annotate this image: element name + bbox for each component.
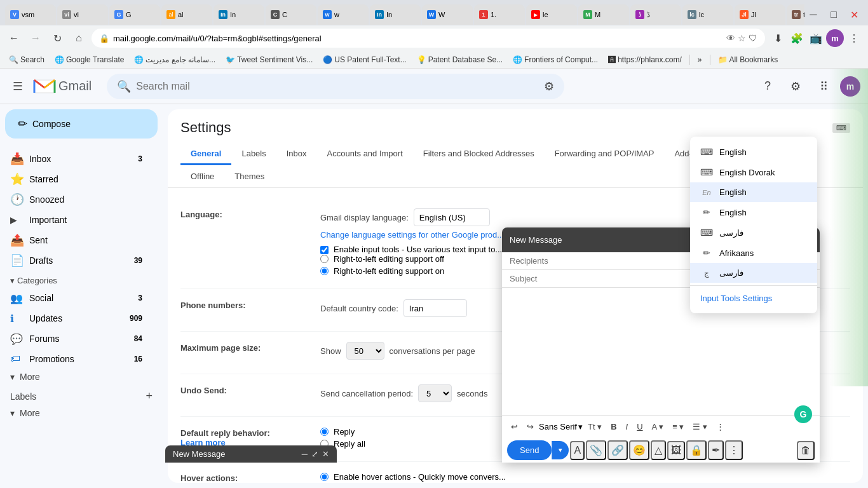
star-icon[interactable]: ☆ — [738, 33, 746, 43]
align-button[interactable]: ≡ ▾ — [668, 419, 688, 434]
grammarly-icon[interactable]: G — [794, 405, 812, 423]
sidebar-item-social[interactable]: 👥 Social 3 — [0, 288, 153, 308]
url-bar[interactable]: 🔒 👁 ☆ 🛡 — [92, 29, 765, 48]
lock-icon[interactable]: 🔒 — [686, 440, 707, 460]
rtl-on-radio[interactable] — [320, 267, 329, 275]
menu-button[interactable]: ⋮ — [845, 29, 863, 47]
underline-button[interactable]: U — [633, 419, 646, 434]
close-icon[interactable]: ✕ — [322, 449, 329, 459]
maximize-button[interactable]: □ — [825, 6, 843, 24]
minimize-button[interactable]: ─ — [804, 6, 822, 24]
tab-g[interactable]: G G — [109, 4, 160, 25]
close-button[interactable]: ✕ — [845, 6, 863, 24]
reply-radio[interactable] — [320, 428, 329, 436]
cast-icon[interactable]: 📺 — [807, 29, 825, 47]
search-bar[interactable]: 🔍 ⚙ — [107, 74, 564, 99]
sidebar-item-snoozed[interactable]: 🕐 Snoozed — [0, 189, 153, 210]
cancel-period-select[interactable]: 5 10 20 30 — [418, 384, 452, 402]
tab-w2[interactable]: W W — [422, 4, 473, 25]
dropdown-item-afrikaans[interactable]: ✏ Afrikaans — [690, 243, 817, 263]
enable-hover-radio[interactable] — [320, 473, 329, 481]
tab-yt[interactable]: ▶ le — [526, 4, 577, 25]
list-button[interactable]: ☰ ▾ — [689, 419, 711, 434]
home-button[interactable]: ⌂ — [70, 29, 88, 47]
sidebar-item-forums[interactable]: 💬 Forums 84 — [0, 329, 153, 349]
insert-link-icon[interactable]: 🔗 — [607, 440, 628, 460]
more-bookmarks-button[interactable]: » — [694, 54, 706, 65]
delete-compose-button[interactable]: 🗑 — [797, 441, 815, 460]
browser-profile-avatar[interactable]: m — [826, 29, 844, 47]
tab-vsm[interactable]: V vsm — [5, 4, 56, 25]
dropdown-item-en-text[interactable]: En English — [690, 182, 817, 202]
shield-icon[interactable]: 🛡 — [749, 33, 757, 43]
enable-input-checkbox[interactable] — [320, 246, 329, 254]
tab-tr[interactable]: tr tr — [787, 4, 804, 25]
bookmark-phlanx[interactable]: 🅰 https://phlanx.com/ — [604, 54, 686, 65]
tab-al[interactable]: al al — [161, 4, 212, 25]
sidebar-item-drafts[interactable]: 📄 Drafts 39 — [0, 250, 153, 271]
tab-in2[interactable]: In In — [370, 4, 421, 25]
redo-button[interactable]: ↪ — [523, 419, 538, 434]
change-language-link[interactable]: Change language settings for other Googl… — [320, 230, 504, 240]
minimize-icon[interactable]: ─ — [302, 449, 308, 459]
forward-button[interactable]: → — [27, 29, 44, 47]
tab-w[interactable]: w w — [318, 4, 369, 25]
url-input[interactable] — [113, 34, 722, 43]
sidebar-item-updates[interactable]: ℹ Updates 909 — [0, 308, 153, 329]
bookmark-patent1[interactable]: 🔵 US Patent Full-Text... — [319, 54, 410, 65]
font-size-button[interactable]: Tt ▾ — [584, 419, 606, 434]
bookmark-translate[interactable]: 🌐 Google Translate — [51, 54, 128, 65]
download-icon[interactable]: ⬇ — [769, 29, 787, 47]
emoji-icon[interactable]: 😊 — [629, 440, 649, 460]
signature-icon[interactable]: ✒ — [708, 440, 724, 460]
sidebar-item-inbox[interactable]: 📥 Inbox 3 — [0, 149, 153, 169]
sidebar-item-sent[interactable]: 📤 Sent — [0, 230, 153, 250]
display-language-input[interactable] — [414, 208, 490, 226]
attach-file-icon[interactable]: 📎 — [586, 440, 606, 460]
more-options-button[interactable]: ⋮ — [712, 419, 728, 434]
eye-icon[interactable]: 👁 — [726, 33, 735, 43]
tab-m[interactable]: M M — [578, 4, 629, 25]
sidebar-labels-more[interactable]: ▾ More — [0, 405, 163, 421]
bookmark-patent2[interactable]: 💡 Patent Database Se... — [413, 54, 506, 65]
tab-forwarding[interactable]: Forwarding and POP/IMAP — [545, 144, 665, 165]
dropdown-item-en-pencil[interactable]: ✏ English — [690, 202, 817, 222]
search-input[interactable] — [136, 81, 539, 92]
compose-minimized-bar[interactable]: New Message ─ ⤢ ✕ — [165, 445, 337, 463]
send-dropdown-button[interactable]: ▾ — [552, 441, 569, 459]
dropdown-item-fa-keyboard[interactable]: ⌨ فارسی — [690, 222, 817, 243]
insert-photo-icon[interactable]: 🖼 — [667, 441, 685, 460]
dropdown-item-en-dvorak[interactable]: ⌨ English Dvorak — [690, 162, 817, 182]
hamburger-menu-icon[interactable]: ☰ — [8, 74, 28, 98]
tab-labels[interactable]: Labels — [231, 144, 276, 165]
text-format-icon[interactable]: A — [570, 441, 585, 460]
settings-button[interactable]: ⚙ — [784, 75, 807, 98]
apps-button[interactable]: ⠿ — [812, 75, 835, 98]
help-button[interactable]: ? — [756, 75, 779, 98]
page-size-select[interactable]: 10 15 20 25 50 100 — [346, 342, 384, 360]
sidebar-item-starred[interactable]: ⭐ Starred — [0, 169, 153, 189]
expand-icon[interactable]: ⤢ — [311, 449, 318, 459]
tab-in1[interactable]: In In — [214, 4, 264, 25]
back-button[interactable]: ← — [5, 29, 23, 47]
drive-icon[interactable]: △ — [651, 440, 666, 460]
extensions-icon[interactable]: 🧩 — [788, 29, 806, 47]
tab-accounts[interactable]: Accounts and Import — [317, 144, 413, 165]
refresh-button[interactable]: ↻ — [48, 29, 66, 47]
rtl-off-radio[interactable] — [320, 255, 329, 263]
tab-inbox[interactable]: Inbox — [276, 144, 317, 165]
send-button[interactable]: Send — [507, 440, 552, 460]
tab-1[interactable]: 1 1. — [474, 4, 525, 25]
sidebar-item-promotions[interactable]: 🏷 Promotions 16 — [0, 349, 153, 369]
italic-button[interactable]: I — [622, 419, 632, 434]
bookmark-frontiers[interactable]: 🌐 Frontiers of Comput... — [509, 54, 602, 65]
text-color-button[interactable]: A ▾ — [648, 419, 668, 434]
tab-lc[interactable]: lc lc — [682, 4, 733, 25]
search-filter-icon[interactable]: ⚙ — [544, 79, 554, 93]
bookmark-mgmt[interactable]: 🌐 سامانه جامع مدیریت... — [130, 54, 219, 65]
tab-vi[interactable]: vi vi — [57, 4, 108, 25]
tab-ur[interactable]: ڈ ڈ — [630, 4, 681, 25]
sub-tab-themes[interactable]: Themes — [224, 168, 275, 185]
country-code-input[interactable] — [403, 299, 467, 317]
sub-tab-offline[interactable]: Offline — [180, 168, 224, 185]
